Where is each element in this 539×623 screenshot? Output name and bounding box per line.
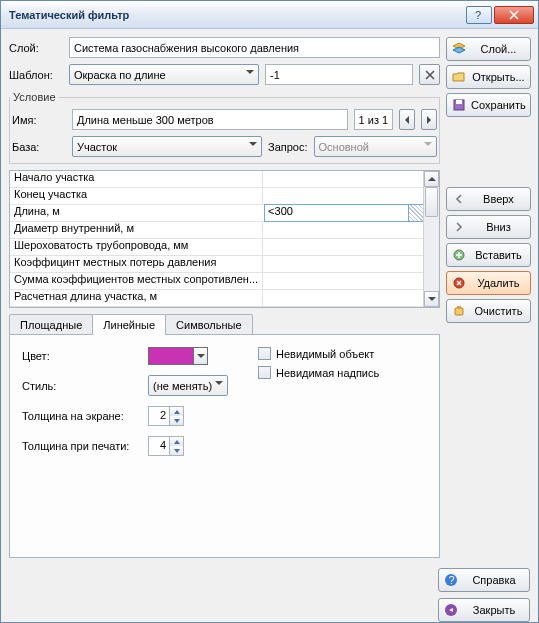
field-value-cell[interactable] [263, 273, 423, 289]
name-field[interactable] [72, 109, 348, 130]
close-icon [443, 602, 459, 618]
tab-symbol[interactable]: Символьные [165, 314, 253, 335]
screen-thickness-spinner[interactable]: 2 [148, 406, 184, 426]
screen-thickness-label: Толщина на экране: [22, 410, 142, 422]
table-row[interactable]: Начало участка [10, 171, 423, 188]
scroll-up-button[interactable] [424, 171, 439, 187]
svg-text:?: ? [475, 10, 481, 20]
chevron-down-icon [249, 140, 257, 148]
window-title: Тематический фильтр [9, 9, 464, 21]
field-name-cell: Сумма коэффициентов местных сопротивлен.… [10, 273, 263, 289]
field-name-cell: Диаметр внутренний, м [10, 222, 263, 238]
table-row[interactable]: Шероховатость трубопровода, мм [10, 239, 423, 256]
field-value-cell[interactable] [263, 290, 423, 306]
down-button[interactable]: Вниз [446, 215, 531, 239]
close-titlebar-button[interactable] [494, 6, 534, 24]
button-label: Сохранить [471, 99, 526, 111]
delete-button[interactable]: Удалить [446, 271, 531, 295]
tab-panel-linear: Цвет: Стиль: (не менять) Толщина на экра… [9, 334, 440, 558]
checkbox-box-icon [258, 366, 271, 379]
chevron-down-icon [246, 68, 254, 76]
template-combo[interactable]: Окраска по длине [69, 64, 259, 85]
table-row[interactable]: Конец участка [10, 188, 423, 205]
spin-up-icon[interactable] [170, 407, 183, 416]
query-combo[interactable]: Основной [314, 136, 438, 157]
help-titlebar-button[interactable]: ? [466, 6, 492, 24]
insert-button[interactable]: Вставить [446, 243, 531, 267]
spin-down-icon[interactable] [170, 446, 183, 455]
style-combo[interactable]: (не менять) [148, 375, 228, 396]
button-label: Вставить [471, 249, 526, 261]
chevron-left-icon [451, 191, 467, 207]
field-value-cell[interactable] [263, 188, 423, 204]
layer-button[interactable]: Слой... [446, 37, 531, 61]
template-label: Шаблон: [9, 69, 63, 81]
titlebar: Тематический фильтр ? [1, 1, 538, 29]
field-value-cell[interactable]: <300 [264, 204, 423, 222]
grid-scrollbar[interactable] [423, 171, 439, 307]
chevron-down-icon [424, 140, 432, 148]
field-name-cell: Расчетная длина участка, м [10, 290, 263, 306]
print-thickness-value: 4 [149, 437, 169, 455]
x-icon [451, 275, 467, 291]
tab-area[interactable]: Площадные [9, 314, 93, 335]
spin-up-icon[interactable] [170, 437, 183, 446]
field-name-cell: Начало участка [10, 171, 263, 187]
table-row[interactable]: Длина, м<300 [10, 205, 423, 222]
name-label: Имя: [12, 114, 66, 126]
table-row[interactable]: Расчетная длина участка, м [10, 290, 423, 307]
field-value-cell[interactable] [263, 256, 423, 272]
base-label: База: [12, 141, 66, 153]
close-button[interactable]: Закрыть [438, 598, 530, 622]
table-row[interactable]: Сумма коэффициентов местных сопротивлен.… [10, 273, 423, 290]
open-button[interactable]: Открыть... [446, 65, 531, 89]
field-name-cell: Длина, м [10, 205, 265, 221]
field-value-cell[interactable] [263, 171, 423, 187]
base-value: Участок [77, 141, 117, 153]
svg-rect-2 [456, 100, 462, 104]
button-label: Слой... [471, 43, 526, 55]
color-picker[interactable] [148, 347, 208, 365]
up-button[interactable]: Вверх [446, 187, 531, 211]
checkbox-label: Невидимый объект [276, 348, 374, 360]
condition-counter: 1 из 1 [354, 109, 394, 130]
chevron-right-icon [451, 219, 467, 235]
style-value: (не менять) [153, 380, 212, 392]
footer: ?Справка Закрыть [1, 566, 538, 622]
spin-down-icon[interactable] [170, 416, 183, 425]
color-label: Цвет: [22, 350, 142, 362]
invisible-object-checkbox[interactable]: Невидимый объект [258, 347, 379, 360]
save-button[interactable]: Сохранить [446, 93, 531, 117]
field-value-cell[interactable] [263, 222, 423, 238]
checkbox-box-icon [258, 347, 271, 360]
color-swatch [149, 348, 193, 364]
print-thickness-label: Толщина при печати: [22, 440, 142, 452]
query-value: Основной [319, 141, 369, 153]
scroll-thumb[interactable] [425, 187, 438, 217]
tab-linear[interactable]: Линейные [92, 314, 166, 335]
table-row[interactable]: Коэффицинт местных потерь давления [10, 256, 423, 273]
table-row[interactable]: Диаметр внутренний, м [10, 222, 423, 239]
floppy-icon [451, 97, 467, 113]
style-label: Стиль: [22, 380, 142, 392]
base-combo[interactable]: Участок [72, 136, 262, 157]
template-clear-button[interactable] [419, 64, 440, 85]
layer-field[interactable] [69, 37, 440, 58]
template-index-field[interactable] [265, 64, 413, 85]
button-label: Очистить [471, 305, 526, 317]
field-value-cell[interactable] [263, 239, 423, 255]
help-button[interactable]: ?Справка [438, 568, 530, 592]
print-thickness-spinner[interactable]: 4 [148, 436, 184, 456]
clear-button[interactable]: Очистить [446, 299, 531, 323]
fields-grid[interactable]: Начало участкаКонец участкаДлина, м<300Д… [9, 170, 440, 308]
scroll-down-button[interactable] [424, 291, 439, 307]
help-icon: ? [443, 572, 459, 588]
next-condition-button[interactable] [421, 109, 437, 130]
layer-label: Слой: [9, 42, 63, 54]
field-name-cell: Коэффицинт местных потерь давления [10, 256, 263, 272]
prev-condition-button[interactable] [399, 109, 415, 130]
checkbox-label: Невидимая надпись [276, 367, 379, 379]
clear-icon [451, 303, 467, 319]
invisible-label-checkbox[interactable]: Невидимая надпись [258, 366, 379, 379]
chevron-down-icon [215, 379, 223, 387]
